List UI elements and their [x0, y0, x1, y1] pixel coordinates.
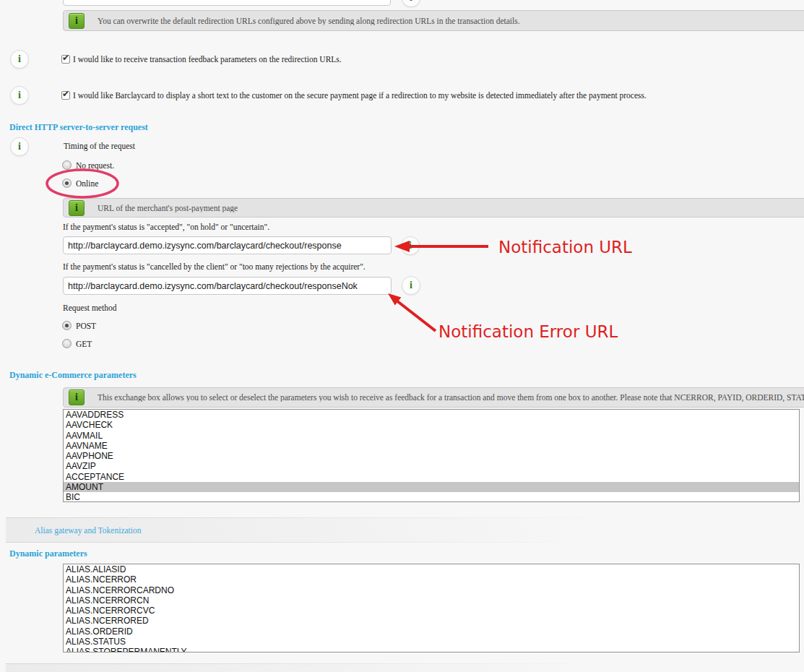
- next-section-bar: [6, 663, 607, 672]
- radio-get-label[interactable]: GET: [76, 340, 92, 348]
- request-method-label: Request method: [63, 303, 116, 312]
- info-icon[interactable]: i: [10, 86, 29, 105]
- info-icon[interactable]: i: [401, 236, 420, 255]
- list-item[interactable]: AAVNAME: [64, 441, 799, 451]
- notification-error-url-input[interactable]: [63, 277, 392, 295]
- notification-url-input[interactable]: [63, 236, 392, 254]
- short-text-checkbox[interactable]: [61, 91, 70, 100]
- radio-no-request[interactable]: [62, 160, 72, 170]
- info-square-icon: i: [69, 13, 85, 29]
- exchange-box-note-bar: i This exchange box allows you to select…: [63, 387, 804, 408]
- radio-get[interactable]: [62, 339, 72, 348]
- notification-error-url-annotation: Notification Error URL: [438, 322, 618, 341]
- info-icon[interactable]: i: [402, 0, 420, 7]
- section-heading-ecommerce-params: Dynamic e-Commerce parameters: [9, 370, 137, 381]
- timing-of-request-label: Timing of the request: [64, 142, 135, 150]
- feedback-params-checkbox[interactable]: [61, 55, 70, 64]
- notification-error-url-arrow: [397, 301, 436, 331]
- feedback-params-checkbox-label: I would like to receive transaction feed…: [73, 55, 342, 64]
- section-heading-direct-http: Direct HTTP server-to-server request: [9, 122, 148, 133]
- list-item[interactable]: ALIAS.NCERRORCN: [64, 595, 799, 606]
- radio-no-request-label[interactable]: No request.: [76, 161, 114, 170]
- list-item[interactable]: ALIAS.ORDERID: [64, 626, 799, 637]
- radio-online-label[interactable]: Online: [76, 179, 98, 188]
- cancelled-status-label: If the payment's status is "cancelled by…: [63, 262, 366, 271]
- short-text-checkbox-label: I would like Barclaycard to display a sh…: [73, 91, 647, 100]
- note-text: This exchange box allows you to select o…: [98, 393, 804, 402]
- list-item[interactable]: BIC: [64, 492, 799, 502]
- ecommerce-params-listbox[interactable]: AAVADDRESSAAVCHECKAAVMAILAAVNAMEAAVPHONE…: [63, 409, 800, 502]
- redirection-overwrite-note-bar: i You can overwrite the default redirect…: [63, 10, 804, 31]
- radio-post[interactable]: [62, 321, 72, 330]
- note-text: URL of the merchant's post-payment page: [98, 204, 238, 212]
- list-item[interactable]: ALIAS.NCERRORED: [64, 616, 799, 626]
- alias-section-tab-label[interactable]: Alias gateway and Tokenization: [35, 526, 141, 535]
- notification-url-annotation: Notification URL: [498, 238, 632, 257]
- info-square-icon: i: [69, 200, 85, 216]
- list-item[interactable]: ALIAS.STATUS: [64, 637, 799, 647]
- radio-post-label[interactable]: POST: [76, 322, 96, 330]
- list-item[interactable]: AAVZIP: [64, 461, 799, 471]
- alias-params-listbox[interactable]: ALIAS.ALIASIDALIAS.NCERRORALIAS.NCERRORC…: [63, 564, 800, 652]
- info-square-icon: i: [69, 389, 85, 405]
- list-item[interactable]: ALIAS.NCERROR: [64, 574, 799, 585]
- list-item[interactable]: AAVPHONE: [64, 451, 799, 461]
- top-partial-input[interactable]: [63, 0, 391, 6]
- list-item[interactable]: AMOUNT: [64, 482, 799, 492]
- alias-section-tab[interactable]: Alias gateway and Tokenization: [6, 517, 607, 543]
- section-heading-dynamic-params: Dynamic parameters: [9, 548, 87, 559]
- list-item[interactable]: AAVCHECK: [64, 420, 799, 430]
- list-item[interactable]: AAVADDRESS: [64, 410, 799, 420]
- list-item[interactable]: ALIAS.STOREPERMANENTLY: [64, 647, 799, 652]
- notification-error-url-arrowhead: [388, 293, 401, 306]
- info-icon[interactable]: i: [402, 276, 420, 295]
- note-text: You can overwrite the default redirectio…: [98, 17, 520, 25]
- radio-online[interactable]: [62, 178, 72, 188]
- list-item[interactable]: ALIAS.ALIASID: [64, 564, 799, 574]
- info-icon[interactable]: i: [10, 137, 29, 156]
- list-item[interactable]: ACCEPTANCE: [64, 472, 799, 482]
- accepted-status-label: If the payment's status is "accepted", "…: [63, 223, 269, 231]
- post-payment-note-bar: i URL of the merchant's post-payment pag…: [63, 198, 804, 217]
- payment-settings-page: i i You can overwrite the default redire…: [0, 0, 804, 672]
- list-item[interactable]: ALIAS.NCERRORCVC: [64, 606, 799, 616]
- list-item[interactable]: ALIAS.NCERRORCARDNO: [64, 585, 799, 595]
- info-icon[interactable]: i: [10, 50, 29, 69]
- list-item[interactable]: AAVMAIL: [64, 431, 799, 441]
